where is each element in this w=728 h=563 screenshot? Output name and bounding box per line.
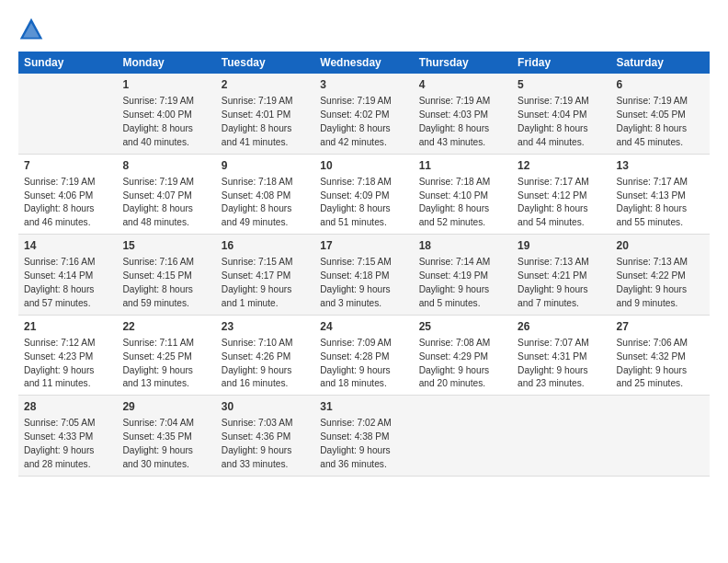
logo xyxy=(18,17,48,42)
day-info-line: Sunset: 4:15 PM xyxy=(122,270,210,283)
day-info-line: Sunrise: 7:14 AM xyxy=(419,256,506,270)
day-info-line: and 9 minutes. xyxy=(617,297,704,311)
day-number: 17 xyxy=(320,238,407,254)
day-cell: 14Sunrise: 7:16 AMSunset: 4:14 PMDayligh… xyxy=(18,235,117,316)
day-info-line: Daylight: 8 hours xyxy=(419,202,506,216)
day-info-line: Daylight: 8 hours xyxy=(518,122,605,136)
header xyxy=(18,17,710,42)
day-info-line: Sunset: 4:04 PM xyxy=(518,109,605,122)
day-info-line: and 23 minutes. xyxy=(518,377,605,391)
day-info-line: and 45 minutes. xyxy=(617,136,704,150)
day-info-line: Sunset: 4:31 PM xyxy=(518,350,605,364)
day-info-line: Sunrise: 7:19 AM xyxy=(617,95,704,109)
day-info-line: Sunrise: 7:16 AM xyxy=(24,256,111,270)
day-info-line: and 33 minutes. xyxy=(222,458,309,472)
day-info-line: Sunrise: 7:05 AM xyxy=(24,417,111,431)
header-row: SundayMondayTuesdayWednesdayThursdayFrid… xyxy=(18,52,710,74)
day-cell: 2Sunrise: 7:19 AMSunset: 4:01 PMDaylight… xyxy=(216,74,314,154)
day-info-line: and 40 minutes. xyxy=(122,136,210,150)
day-number: 31 xyxy=(320,399,407,415)
week-row-3: 14Sunrise: 7:16 AMSunset: 4:14 PMDayligh… xyxy=(18,235,710,316)
day-info-line: Daylight: 8 hours xyxy=(222,122,309,136)
page: SundayMondayTuesdayWednesdayThursdayFrid… xyxy=(0,0,728,488)
day-info-line: Sunset: 4:29 PM xyxy=(419,350,506,364)
day-cell xyxy=(512,396,610,477)
day-cell: 10Sunrise: 7:18 AMSunset: 4:09 PMDayligh… xyxy=(314,154,413,235)
day-info-line: Daylight: 9 hours xyxy=(320,364,407,378)
week-row-1: 1Sunrise: 7:19 AMSunset: 4:00 PMDaylight… xyxy=(18,74,710,154)
day-cell: 1Sunrise: 7:19 AMSunset: 4:00 PMDaylight… xyxy=(117,74,215,154)
day-info-line: Sunset: 4:21 PM xyxy=(518,270,605,283)
logo-icon xyxy=(18,17,44,42)
day-info-line: Daylight: 8 hours xyxy=(320,202,407,216)
day-info-line: and 54 minutes. xyxy=(518,216,605,230)
day-info-line: and 43 minutes. xyxy=(419,136,506,150)
day-info-line: Sunrise: 7:19 AM xyxy=(122,95,210,109)
day-info-line: Sunset: 4:28 PM xyxy=(320,350,407,364)
day-info-line: Sunset: 4:09 PM xyxy=(320,190,407,203)
day-info-line: Daylight: 9 hours xyxy=(122,444,210,458)
day-cell: 3Sunrise: 7:19 AMSunset: 4:02 PMDaylight… xyxy=(314,74,413,154)
day-number: 12 xyxy=(518,158,605,174)
header-cell-saturday: Saturday xyxy=(611,52,710,74)
day-info-line: and 36 minutes. xyxy=(320,458,407,472)
day-number: 11 xyxy=(419,158,506,174)
day-info-line: and 49 minutes. xyxy=(222,216,309,230)
day-cell: 6Sunrise: 7:19 AMSunset: 4:05 PMDaylight… xyxy=(611,74,710,154)
day-info-line: Sunset: 4:17 PM xyxy=(222,270,309,283)
day-info-line: Sunrise: 7:12 AM xyxy=(24,337,111,350)
day-info-line: Sunrise: 7:19 AM xyxy=(24,176,111,190)
day-info-line: Sunset: 4:02 PM xyxy=(320,109,407,122)
day-info-line: and 52 minutes. xyxy=(419,216,506,230)
day-cell xyxy=(18,74,117,154)
day-info-line: Daylight: 8 hours xyxy=(617,122,704,136)
day-info-line: Sunrise: 7:19 AM xyxy=(419,95,506,109)
day-info-line: Daylight: 9 hours xyxy=(617,283,704,297)
day-info-line: and 44 minutes. xyxy=(518,136,605,150)
day-cell: 8Sunrise: 7:19 AMSunset: 4:07 PMDaylight… xyxy=(117,154,215,235)
day-info-line: Sunset: 4:35 PM xyxy=(122,431,210,444)
day-info-line: and 25 minutes. xyxy=(617,377,704,391)
week-row-2: 7Sunrise: 7:19 AMSunset: 4:06 PMDaylight… xyxy=(18,154,710,235)
day-info-line: Sunset: 4:25 PM xyxy=(122,350,210,364)
day-info-line: Daylight: 9 hours xyxy=(617,364,704,378)
day-info-line: and 55 minutes. xyxy=(617,216,704,230)
day-info-line: Sunrise: 7:17 AM xyxy=(518,176,605,190)
day-info-line: Daylight: 8 hours xyxy=(518,202,605,216)
day-info-line: Sunrise: 7:09 AM xyxy=(320,337,407,350)
day-cell: 5Sunrise: 7:19 AMSunset: 4:04 PMDaylight… xyxy=(512,74,610,154)
day-number: 19 xyxy=(518,238,605,254)
day-cell: 29Sunrise: 7:04 AMSunset: 4:35 PMDayligh… xyxy=(117,396,215,477)
day-info-line: and 16 minutes. xyxy=(222,377,309,391)
day-info-line: Daylight: 8 hours xyxy=(617,202,704,216)
day-number: 22 xyxy=(122,319,210,335)
day-cell: 28Sunrise: 7:05 AMSunset: 4:33 PMDayligh… xyxy=(18,396,117,477)
day-info-line: Sunrise: 7:15 AM xyxy=(320,256,407,270)
day-number: 1 xyxy=(122,77,210,93)
day-info-line: Sunrise: 7:16 AM xyxy=(122,256,210,270)
day-info-line: Sunrise: 7:15 AM xyxy=(222,256,309,270)
day-number: 24 xyxy=(320,319,407,335)
day-cell: 30Sunrise: 7:03 AMSunset: 4:36 PMDayligh… xyxy=(216,396,314,477)
day-cell: 16Sunrise: 7:15 AMSunset: 4:17 PMDayligh… xyxy=(216,235,314,316)
day-info-line: and 28 minutes. xyxy=(24,458,111,472)
day-cell: 31Sunrise: 7:02 AMSunset: 4:38 PMDayligh… xyxy=(314,396,413,477)
day-info-line: and 57 minutes. xyxy=(24,297,111,311)
day-info-line: Sunset: 4:18 PM xyxy=(320,270,407,283)
day-info-line: Sunrise: 7:13 AM xyxy=(617,256,704,270)
day-info-line: Sunset: 4:19 PM xyxy=(419,270,506,283)
week-row-4: 21Sunrise: 7:12 AMSunset: 4:23 PMDayligh… xyxy=(18,315,710,396)
day-info-line: Daylight: 9 hours xyxy=(222,444,309,458)
day-info-line: and 59 minutes. xyxy=(122,297,210,311)
day-info-line: Daylight: 9 hours xyxy=(24,364,111,378)
day-cell xyxy=(611,396,710,477)
day-info-line: and 3 minutes. xyxy=(320,297,407,311)
day-info-line: Daylight: 9 hours xyxy=(419,283,506,297)
day-info-line: Sunset: 4:36 PM xyxy=(222,431,309,444)
day-info-line: Sunset: 4:01 PM xyxy=(222,109,309,122)
day-cell: 9Sunrise: 7:18 AMSunset: 4:08 PMDaylight… xyxy=(216,154,314,235)
day-info-line: Sunrise: 7:18 AM xyxy=(419,176,506,190)
day-info-line: and 13 minutes. xyxy=(122,377,210,391)
day-number: 8 xyxy=(122,158,210,174)
day-cell: 21Sunrise: 7:12 AMSunset: 4:23 PMDayligh… xyxy=(18,315,117,396)
